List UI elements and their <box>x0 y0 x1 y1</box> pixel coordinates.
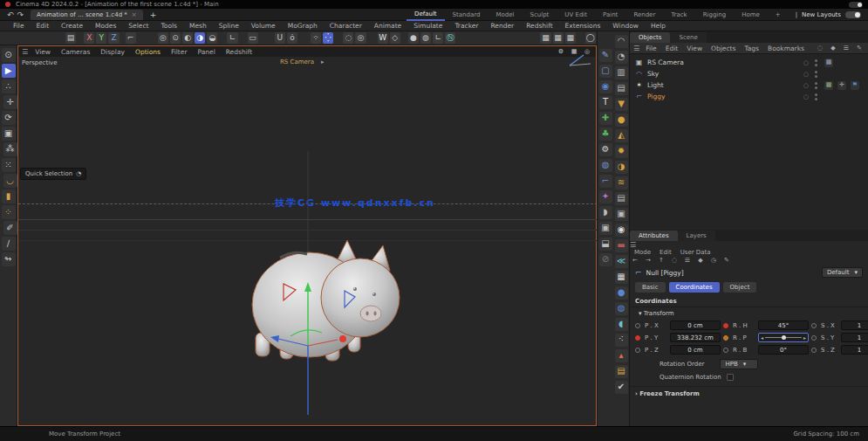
simulation-icon[interactable]: ✚ <box>599 112 612 125</box>
workplane-icon[interactable]: ⌐ <box>126 32 136 44</box>
keyframe-dot-px[interactable] <box>635 323 640 328</box>
rotate-tool-icon[interactable]: ⟳ <box>2 111 16 125</box>
spline-arc-icon[interactable]: ◡ <box>3 174 17 188</box>
interactive-render-region-icon[interactable]: ◯ <box>585 32 596 44</box>
visibility-dots[interactable] <box>815 71 817 78</box>
camera-icon[interactable]: ▣ <box>599 222 612 235</box>
slider-right-icon[interactable]: ▸ <box>803 334 806 341</box>
keyframe-dot-sz[interactable] <box>811 348 817 353</box>
rb-field[interactable]: 0° <box>758 345 809 355</box>
new-document-tab-button[interactable]: + <box>143 10 164 19</box>
layout-tab-rigging[interactable]: Rigging <box>695 10 735 20</box>
hemisphere-icon[interactable]: ◗ <box>599 206 612 219</box>
menu-redshift[interactable]: Redshift <box>520 22 558 30</box>
render-view-icon[interactable]: ▦ <box>540 32 550 44</box>
points-mode-icon[interactable]: ⁂ <box>3 142 17 156</box>
x-axis-handle[interactable] <box>339 335 346 342</box>
menu-render[interactable]: Render <box>484 22 520 30</box>
object-row-light[interactable]: ✶ Light ○ ▩ ✛ ⚑ <box>632 79 866 91</box>
freeze-transform-header[interactable]: › Freeze Transform <box>630 386 868 401</box>
lock-icon[interactable]: ◆ <box>829 44 837 52</box>
pz-field[interactable]: 0 cm <box>670 345 721 355</box>
attr-tab-basic[interactable]: Basic <box>635 282 666 293</box>
modeling-kernel-icon[interactable]: ◎ <box>355 32 366 44</box>
menu-edit[interactable]: Edit <box>31 22 56 30</box>
blue-sphere-icon[interactable]: ● <box>615 286 628 300</box>
preset-dropdown[interactable]: Default ▾ <box>822 267 863 278</box>
flag-tag-icon[interactable]: ⚑ <box>851 81 859 90</box>
menu-character[interactable]: Character <box>324 22 368 30</box>
speech-bubble-icon[interactable]: ◖ <box>615 318 628 331</box>
smooth-icon[interactable]: ◔ <box>615 51 628 64</box>
keyframe-dot-rb[interactable] <box>723 348 728 353</box>
filter-icon[interactable]: ☰ <box>842 44 851 52</box>
obj-menu-tags[interactable]: Tags <box>740 45 763 52</box>
brush-tool-icon[interactable]: ✐ <box>3 221 17 235</box>
document-tab[interactable]: Animation of ... scene 1.c4d * × <box>31 10 143 20</box>
back-icon[interactable]: ← <box>631 256 639 265</box>
layout-tab-add[interactable]: + <box>768 10 789 20</box>
forward-icon[interactable]: → <box>644 256 653 265</box>
snap-magnet-icon[interactable]: U <box>275 32 285 44</box>
object-row-camera[interactable]: ▣ RS Camera ○ ▩ <box>632 57 866 68</box>
menu-select[interactable]: Select <box>122 22 154 30</box>
up-icon[interactable]: ↑ <box>657 256 666 265</box>
sx-field[interactable]: 1 <box>841 320 868 330</box>
earth-icon[interactable]: ◍ <box>615 302 628 315</box>
obj-menu-file[interactable]: File <box>641 45 661 52</box>
box-icon[interactable]: ▥ <box>615 66 628 79</box>
snap-point-icon[interactable]: ȯ <box>287 32 297 44</box>
visibility-dots[interactable] <box>815 82 817 89</box>
attr-menu-userdata[interactable]: User Data <box>676 249 715 256</box>
weight-tool-icon[interactable]: W <box>378 32 388 44</box>
attributes-burger-icon[interactable]: ☰ <box>630 241 638 249</box>
layout-tab-track[interactable]: Track <box>663 10 694 20</box>
menu-volume[interactable]: Volume <box>245 22 282 30</box>
visibility-dots[interactable] <box>815 93 817 100</box>
menu-mesh[interactable]: Mesh <box>183 22 213 30</box>
funnel-icon[interactable]: ▼ <box>615 98 628 111</box>
tab-attributes[interactable]: Attributes <box>630 231 678 241</box>
keyframe-dot-rp[interactable] <box>723 335 728 341</box>
axis-icon[interactable]: ⌐ <box>599 175 612 188</box>
layout-tab-model[interactable]: Model <box>488 10 522 20</box>
attr-menu-mode[interactable]: Mode <box>630 249 655 256</box>
check-icon[interactable]: ✔ <box>615 381 628 394</box>
deformer-icon[interactable]: ✦ <box>599 190 612 203</box>
axis-snap-icon[interactable]: ∟ <box>433 32 443 44</box>
lock-x-icon[interactable]: X <box>84 32 94 44</box>
live-selection-icon[interactable]: ▶ <box>2 64 16 78</box>
menu-create[interactable]: Create <box>55 22 89 30</box>
keyframe-dot-py[interactable] <box>635 335 640 341</box>
viewport[interactable]: ☰ ViewCamerasDisplayOptionsFilterPanelRe… <box>17 45 597 426</box>
normal-icon[interactable]: ◍ <box>420 32 431 44</box>
obj-menu-edit[interactable]: Edit <box>661 45 683 52</box>
viewport-solo-off-icon[interactable]: ◎ <box>158 32 168 44</box>
point-cloud-icon[interactable]: ⁘ <box>2 205 16 219</box>
rp-field[interactable]: ◂ ▸ <box>758 333 809 342</box>
objects-burger-icon[interactable]: ☰ <box>633 45 641 52</box>
spline-pen-icon[interactable]: ↬ <box>2 252 16 266</box>
edit-icon[interactable]: ✎ <box>855 44 864 52</box>
keyframe-dot-rh[interactable] <box>723 323 728 328</box>
layout-tab-home[interactable]: Home <box>734 10 768 20</box>
target-tag-icon[interactable]: ✛ <box>837 81 846 90</box>
menu-help[interactable]: Help <box>645 22 672 30</box>
rotation-order-dropdown[interactable]: HPB ▾ <box>720 359 758 369</box>
search-icon[interactable]: ◌ <box>816 44 824 52</box>
bell-icon[interactable]: ◭ <box>615 129 628 142</box>
layout-tab-sculpt[interactable]: Sculpt <box>522 10 557 20</box>
disabled-icon[interactable]: ⊘ <box>599 253 612 266</box>
obj-menu-view[interactable]: View <box>682 45 707 52</box>
attr-menu-edit[interactable]: Edit <box>655 249 676 256</box>
menu-simulate[interactable]: Simulate <box>407 22 448 30</box>
menu-file[interactable]: File <box>7 22 31 30</box>
layout-tab-paint[interactable]: Paint <box>595 10 625 20</box>
solo-follow-icon[interactable]: ◒ <box>207 32 217 44</box>
layout-tab-uvedit[interactable]: UV Edit <box>557 10 595 20</box>
new-layouts-toggle[interactable] <box>845 11 861 18</box>
monitor-icon[interactable]: ⬓ <box>599 238 612 251</box>
px-field[interactable]: 0 cm <box>670 320 721 330</box>
hay-stack-icon[interactable]: ▤ <box>615 365 628 378</box>
compositing-tag-icon[interactable]: ▩ <box>824 59 833 67</box>
